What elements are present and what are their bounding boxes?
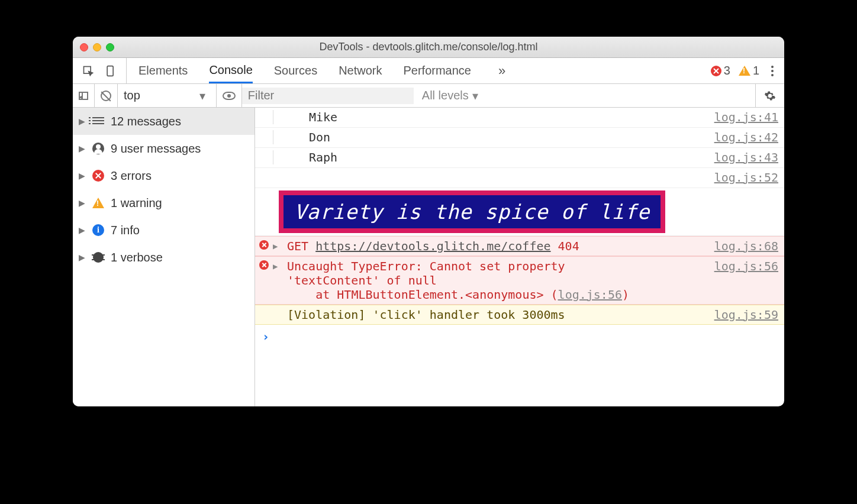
context-selector[interactable]: top ▾ xyxy=(124,89,210,103)
tab-console[interactable]: Console xyxy=(209,58,252,83)
error-icon xyxy=(259,260,269,270)
user-icon xyxy=(92,142,105,155)
styled-log-row[interactable]: Variety is the spice of life xyxy=(255,188,784,236)
expand-icon: ▶ xyxy=(79,198,86,208)
source-link[interactable]: log.js:42 xyxy=(708,130,778,144)
console-body: ▶ 12 messages ▶ 9 user messages ▶ 3 erro… xyxy=(73,108,784,406)
expand-icon: ▶ xyxy=(79,117,86,126)
sidebar-item-warnings[interactable]: ▶ 1 warning xyxy=(73,189,254,217)
tab-performance[interactable]: Performance xyxy=(404,58,472,83)
chevron-down-icon: ▾ xyxy=(472,89,478,103)
status-code: 404 xyxy=(558,239,579,253)
console-settings-button[interactable] xyxy=(755,84,784,107)
source-link[interactable]: log.js:68 xyxy=(708,239,778,253)
error-icon xyxy=(92,169,105,182)
console-prompt[interactable]: › xyxy=(255,325,784,348)
clear-console-icon[interactable] xyxy=(101,91,111,101)
expand-icon: ▶ xyxy=(79,171,86,180)
log-row[interactable]: log.js:52 xyxy=(255,168,784,188)
devtools-menu-button[interactable] xyxy=(768,66,777,76)
warning-count-badge[interactable]: 1 xyxy=(739,64,759,77)
source-link[interactable]: log.js:41 xyxy=(708,110,778,124)
expand-icon[interactable]: ▶ xyxy=(273,259,285,271)
console-toolbar: ◂ top ▾ All levels ▾ xyxy=(73,84,784,108)
source-link[interactable]: log.js:56 xyxy=(708,259,778,273)
sidebar-toggle-icon[interactable]: ◂ xyxy=(79,92,88,100)
error-count-badge[interactable]: 3 xyxy=(711,64,730,77)
expand-icon: ▶ xyxy=(79,144,86,153)
device-toggle-icon[interactable] xyxy=(105,65,117,77)
console-output: Mike log.js:41 Don log.js:42 Raph log.js… xyxy=(255,108,784,406)
log-row[interactable]: Don log.js:42 xyxy=(255,128,784,148)
source-link[interactable]: log.js:52 xyxy=(708,170,778,185)
error-row[interactable]: ▶ GET https://devtools.glitch.me/coffee … xyxy=(255,236,784,256)
sidebar-item-errors[interactable]: ▶ 3 errors xyxy=(73,162,254,189)
tab-elements[interactable]: Elements xyxy=(138,58,188,83)
source-link[interactable]: log.js:43 xyxy=(708,150,778,164)
source-link[interactable]: log.js:59 xyxy=(708,308,778,322)
warning-icon xyxy=(739,66,750,76)
error-icon xyxy=(711,66,721,76)
error-icon xyxy=(259,240,269,250)
log-row[interactable]: Mike log.js:41 xyxy=(255,108,784,128)
log-row[interactable]: Raph log.js:43 xyxy=(255,148,784,168)
tab-sources[interactable]: Sources xyxy=(274,58,317,83)
log-level-selector[interactable]: All levels ▾ xyxy=(414,89,487,103)
warning-row[interactable]: [Violation] 'click' handler took 3000ms … xyxy=(255,305,784,325)
live-expression-icon[interactable] xyxy=(223,92,236,100)
expand-icon: ▶ xyxy=(79,225,86,235)
window-title: DevTools - devtools.glitch.me/console/lo… xyxy=(73,41,784,53)
titlebar: DevTools - devtools.glitch.me/console/lo… xyxy=(73,37,784,58)
list-icon xyxy=(92,115,105,128)
console-sidebar: ▶ 12 messages ▶ 9 user messages ▶ 3 erro… xyxy=(73,108,255,406)
stack-source-link[interactable]: log.js:56 xyxy=(558,287,622,302)
tabs-overflow-button[interactable]: » xyxy=(492,63,511,79)
tab-network[interactable]: Network xyxy=(339,58,382,83)
devtools-window: DevTools - devtools.glitch.me/console/lo… xyxy=(73,37,784,406)
sidebar-item-user-messages[interactable]: ▶ 9 user messages xyxy=(73,135,254,162)
bug-icon xyxy=(92,251,105,264)
main-tabbar: Elements Console Sources Network Perform… xyxy=(73,58,784,84)
expand-icon: ▶ xyxy=(79,253,86,262)
expand-icon[interactable]: ▶ xyxy=(273,239,285,251)
sidebar-item-info[interactable]: ▶ i 7 info xyxy=(73,217,254,244)
styled-message: Variety is the spice of life xyxy=(279,190,665,233)
info-icon: i xyxy=(92,224,105,237)
inspect-icon[interactable] xyxy=(82,65,94,77)
request-url[interactable]: https://devtools.glitch.me/coffee xyxy=(315,239,550,253)
error-row[interactable]: ▶ Uncaught TypeError: Cannot set propert… xyxy=(255,256,784,305)
filter-input[interactable] xyxy=(242,88,414,104)
sidebar-item-messages[interactable]: ▶ 12 messages xyxy=(73,108,254,135)
sidebar-item-verbose[interactable]: ▶ 1 verbose xyxy=(73,244,254,271)
svg-rect-1 xyxy=(107,66,113,76)
chevron-down-icon: ▾ xyxy=(199,89,205,103)
warning-icon xyxy=(92,196,105,209)
gear-icon xyxy=(764,90,776,102)
